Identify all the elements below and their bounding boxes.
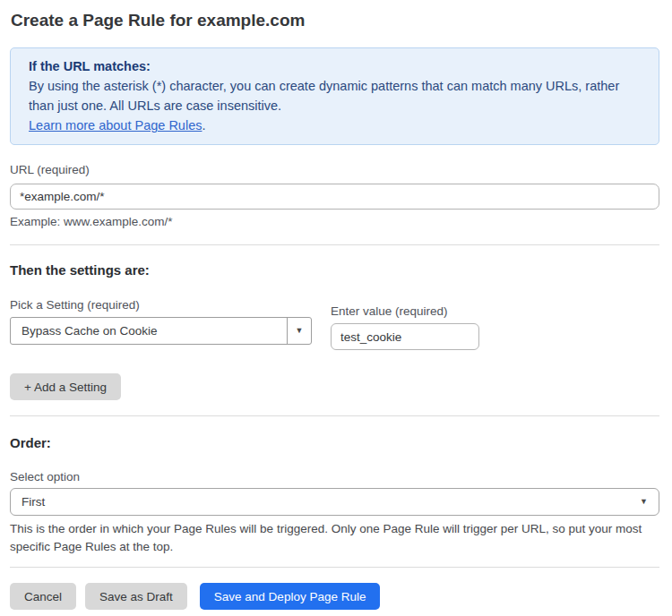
url-input[interactable] (10, 184, 659, 210)
setting-select[interactable]: Bypass Cache on Cookie ▼ (10, 317, 312, 345)
settings-row: Pick a Setting (required) Bypass Cache o… (10, 298, 659, 350)
setting-select-arrow-button[interactable]: ▼ (287, 318, 311, 344)
setting-value-input[interactable] (331, 323, 479, 350)
learn-more-link[interactable]: Learn more about Page Rules (29, 118, 202, 133)
cancel-button[interactable]: Cancel (10, 583, 76, 610)
info-box-link-line: Learn more about Page Rules. (29, 116, 641, 135)
setting-value-column: Enter value (required) (331, 298, 479, 350)
url-match-info-box: If the URL matches: By using the asteris… (10, 47, 659, 145)
settings-section-heading: Then the settings are: (10, 262, 659, 278)
footer-button-row: Cancel Save as Draft Save and Deploy Pag… (10, 583, 659, 610)
add-setting-button[interactable]: + Add a Setting (10, 373, 121, 400)
section-divider (10, 567, 659, 568)
order-select-value: First (22, 495, 640, 509)
save-as-draft-button[interactable]: Save as Draft (85, 583, 187, 610)
info-box-body: By using the asterisk (*) character, you… (29, 76, 641, 116)
order-section-heading: Order: (10, 435, 659, 450)
order-helper-text: This is the order in which your Page Rul… (10, 520, 655, 556)
order-select[interactable]: First ▼ (10, 488, 659, 516)
chevron-down-icon: ▼ (640, 498, 648, 506)
section-divider (10, 415, 659, 416)
create-page-rule-form: Create a Page Rule for example.com If th… (0, 0, 672, 616)
order-select-label: Select option (10, 470, 659, 484)
page-title: Create a Page Rule for example.com (11, 11, 659, 30)
url-example-helper: Example: www.example.com/* (10, 215, 659, 229)
setting-value-label: Enter value (required) (331, 304, 479, 319)
setting-select-value: Bypass Cache on Cookie (11, 318, 287, 344)
setting-picker-column: Pick a Setting (required) Bypass Cache o… (10, 298, 312, 350)
section-divider (10, 244, 659, 245)
info-box-heading: If the URL matches: (29, 56, 641, 76)
chevron-down-icon: ▼ (296, 327, 304, 335)
url-label: URL (required) (10, 163, 659, 177)
link-period: . (202, 118, 205, 133)
save-and-deploy-button[interactable]: Save and Deploy Page Rule (200, 583, 381, 610)
setting-label: Pick a Setting (required) (10, 298, 312, 312)
